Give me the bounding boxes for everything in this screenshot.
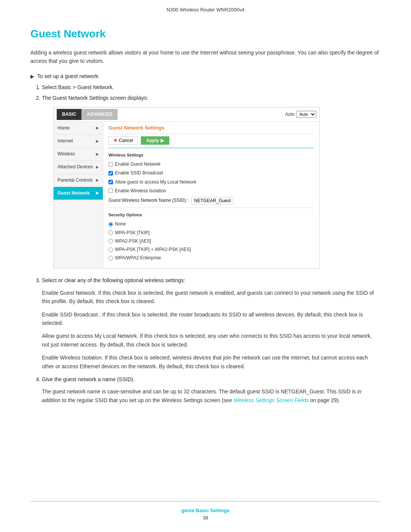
footer-label: genie Basic Settings: [181, 508, 229, 513]
step-2: The Guest Network Settings screen displa…: [42, 94, 381, 268]
radio-wpa-psk-tkip-input[interactable]: [108, 230, 113, 235]
nav-guest-network[interactable]: Guest Network ▶: [54, 187, 103, 200]
radio-none-input[interactable]: [108, 222, 113, 227]
tab-advanced[interactable]: ADVANCED: [81, 109, 118, 120]
radio-wpa-psk-combo-input[interactable]: [108, 248, 113, 252]
enable-guest-checkbox[interactable]: [108, 162, 113, 167]
steps-intro-text: To set up a guest network:: [37, 73, 99, 79]
radio-wpa2-psk-aes-input[interactable]: [108, 239, 113, 243]
step-2-text: The Guest Network Settings screen displa…: [42, 95, 148, 101]
ssid-label: Guest Wireless Network Name (SSID) :: [108, 197, 188, 204]
header-title: N300 Wireless Router WNR2000v4: [167, 7, 244, 13]
tab-basic[interactable]: BASIC: [57, 109, 81, 120]
radio-none: None: [108, 220, 314, 228]
router-top-right: Auto Auto: [285, 111, 316, 118]
step4-para-before: The guest network name is case-sensitive…: [42, 388, 357, 395]
cancel-button[interactable]: ✕ Cancel: [108, 136, 138, 145]
steps-list-2: Select or clear any of the following opt…: [30, 276, 381, 284]
para-ssid-broadcast: Enable SSID Broadcast . If this check bo…: [42, 310, 381, 328]
nav-arrow-internet: ▶: [96, 138, 99, 144]
nav-arrow-wireless: ▶: [96, 151, 99, 157]
steps-intro-item: ▶ To set up a guest network:: [30, 73, 381, 79]
step4-para-after: to the regular SSID that you set up on t…: [61, 397, 233, 403]
step-1: Select Basic > Guest Network.: [42, 83, 381, 91]
auto-select[interactable]: Auto: [296, 111, 316, 118]
nav-parental-controls[interactable]: Parental Controls ▶: [54, 174, 103, 187]
router-main: Home ▶ Internet ▶ Wireless ▶ Attached: [54, 122, 319, 268]
para-enable-guest: Enable Guest Network. If this check box …: [42, 289, 381, 306]
apply-button[interactable]: Apply ▶: [141, 136, 169, 145]
steps-list-3: Give the guest network a name (SSID).: [30, 375, 381, 383]
intro-paragraph: Adding a wireless guest network allows v…: [30, 48, 381, 66]
router-screenshot: BASIC ADVANCED Auto Auto Home ▶: [53, 107, 320, 269]
wireless-isolation-checkbox[interactable]: [108, 189, 113, 193]
step4-page-text: on page 29).: [309, 397, 340, 403]
nav-arrow-guest: ▶: [96, 190, 99, 196]
page-footer: genie Basic Settings 38: [30, 501, 381, 524]
action-bar: ✕ Cancel Apply ▶: [108, 136, 314, 148]
ssid-broadcast-checkbox[interactable]: [108, 171, 113, 176]
para-wireless-isolation: Enable Wireless Isolation. If this check…: [42, 353, 381, 371]
step-1-text: Select Basic > Guest Network.: [42, 84, 114, 90]
router-nav: Home ▶ Internet ▶ Wireless ▶ Attached: [54, 122, 103, 268]
radio-wpa-psk-tkip: WPA-PSK [TKIP]: [108, 229, 314, 236]
apply-arrow-icon: ▶: [161, 138, 164, 143]
allow-guest-checkbox[interactable]: [108, 180, 113, 184]
nav-internet[interactable]: Internet ▶: [54, 135, 103, 148]
wireless-settings-label: Wireless Settings: [108, 152, 314, 159]
nav-home[interactable]: Home ▶: [54, 122, 103, 135]
nav-arrow-attached: ▶: [96, 164, 99, 170]
content-title: Guest Network Settings: [108, 124, 314, 134]
checkbox-ssid-broadcast: Enable SSID Broadcast: [108, 169, 314, 177]
cancel-x-icon: ✕: [113, 138, 117, 143]
step-4-text: Give the guest network a name (SSID).: [42, 376, 135, 382]
checkbox-allow-guest: Allow guest to access My Local Network: [108, 179, 314, 186]
step-3: Select or clear any of the following opt…: [42, 276, 381, 284]
para-allow-guest: Allow guest to access My Local Network. …: [42, 332, 381, 349]
wireless-settings-link-text: Wireless Settings Screen Fields: [234, 397, 309, 403]
step-3-text: Select or clear any of the following opt…: [42, 277, 185, 283]
nav-attached-devices[interactable]: Attached Devices ▶: [54, 161, 103, 174]
nav-arrow-parental: ▶: [96, 177, 99, 183]
radio-wpa-psk-combo: WPA-PSK [TKIP] + WPA2-PSK [AES]: [108, 246, 314, 253]
router-content-area: Guest Network Settings ✕ Cancel Apply ▶: [103, 122, 319, 268]
footer-page-number: 38: [30, 515, 381, 521]
steps-list: Select Basic > Guest Network. The Guest …: [30, 83, 381, 269]
page-header: N300 Wireless Router WNR2000v4: [0, 0, 411, 16]
step4-paragraph: The guest network name is case-sensitive…: [42, 387, 381, 404]
router-top-bar: BASIC ADVANCED Auto Auto: [54, 107, 319, 122]
radio-wpa-enterprise-input[interactable]: [108, 256, 113, 260]
wireless-settings-link[interactable]: Wireless Settings Screen Fields: [234, 397, 309, 403]
nav-wireless[interactable]: Wireless ▶: [54, 148, 103, 161]
ssid-input[interactable]: [191, 197, 233, 204]
nav-arrow-home: ▶: [96, 125, 99, 131]
auto-label: Auto: [285, 111, 295, 118]
arrow-icon: ▶: [30, 73, 34, 79]
page-title: Guest Network: [30, 28, 381, 40]
checkbox-wireless-isolation: Enable Wireless Isolation: [108, 187, 314, 195]
security-section: Security Options None WPA-PSK [TKIP]: [108, 208, 314, 262]
step-4: Give the guest network a name (SSID).: [42, 375, 381, 383]
main-content: Guest Network Adding a wireless guest ne…: [0, 16, 411, 432]
radio-wpa-enterprise: WPA/WPA2 Enterprise: [108, 254, 314, 262]
checkbox-enable-guest: Enable Guest Network: [108, 161, 314, 168]
ssid-row: Guest Wireless Network Name (SSID) :: [108, 197, 314, 204]
radio-wpa2-psk-aes: WPA2-PSK [AES]: [108, 238, 314, 245]
security-label: Security Options: [108, 212, 314, 219]
